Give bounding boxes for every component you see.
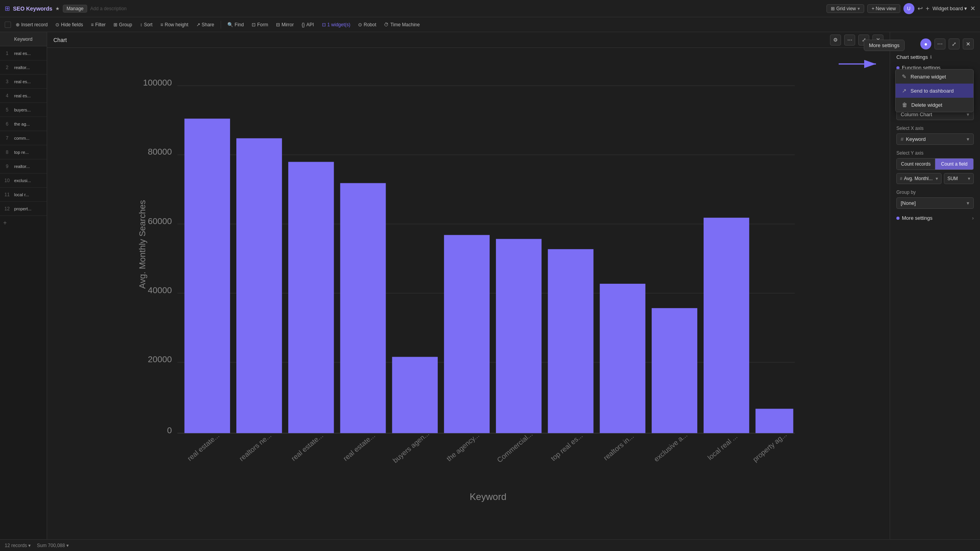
group-by-select[interactable]: [None] ▾ [896, 197, 974, 209]
form-icon: ⊡ [252, 22, 256, 27]
more-settings-label-group: More settings [896, 215, 932, 221]
chart-settings-label: Chart settings [896, 54, 928, 60]
chart-settings-icon[interactable]: ⚙ [830, 35, 841, 46]
status-bar: 12 records ▾ Sum 700,088 ▾ [0, 539, 980, 551]
toolbar-separator [221, 21, 221, 29]
add-row-button[interactable]: + [0, 216, 47, 230]
find-button[interactable]: 🔍 Find [224, 20, 247, 29]
svg-text:exclusive a...: exclusive a... [653, 431, 689, 463]
info-icon: ℹ [930, 55, 932, 60]
sort-button[interactable]: ↕ Sort [137, 20, 155, 29]
chart-type-arrow: ▾ [967, 111, 969, 117]
bar-4 [340, 183, 386, 433]
mirror-button[interactable]: ⊟ Mirror [273, 20, 297, 29]
rename-widget-item[interactable]: ✎ Rename widget [896, 69, 973, 84]
x-axis-value: Keyword [906, 136, 926, 142]
widgets-button[interactable]: ⊡ 1 widget(s) [319, 20, 354, 29]
chart-title: Chart [53, 37, 67, 43]
view-label: Grid view [836, 6, 856, 11]
svg-text:80000: 80000 [148, 147, 172, 157]
svg-text:0: 0 [167, 425, 172, 435]
svg-text:local real ...: local real ... [706, 432, 739, 462]
new-view-button[interactable]: + New view [867, 4, 900, 13]
sum-value[interactable]: Sum 700,088 ▾ [37, 543, 69, 548]
bar-10 [652, 308, 697, 433]
group-by-arrow: ▾ [967, 200, 969, 206]
mirror-icon: ⊟ [276, 22, 280, 27]
find-icon: 🔍 [227, 22, 233, 27]
time-machine-button[interactable]: ⏱ Time Machine [381, 20, 423, 29]
send-dashboard-label: Send to dashboard [911, 88, 954, 94]
more-settings-label: More settings [869, 42, 900, 48]
hide-fields-button[interactable]: ⊙ Hide fields [52, 20, 86, 29]
send-dashboard-item[interactable]: ↗ Send to dashboard [896, 84, 973, 98]
field-label: Avg. Monthl... [904, 176, 932, 181]
panel-color-icon[interactable]: ● [920, 38, 931, 49]
chart-dots-menu[interactable]: ⋯ [844, 35, 855, 46]
table-row: 1 real es... [0, 46, 47, 60]
manage-button[interactable]: Manage [63, 5, 87, 13]
chart-title-bar: Chart ⚙ ⋯ ⤢ ✕ [47, 32, 890, 48]
time-icon: ⏱ [384, 22, 389, 27]
more-settings-row[interactable]: More settings › [896, 215, 974, 221]
x-axis-hash-icon: # [901, 136, 903, 142]
panel-expand-icon[interactable]: ⤢ [949, 38, 960, 49]
svg-text:top real es...: top real es... [549, 432, 584, 463]
field-arrow: ▾ [936, 176, 938, 181]
panel-dots-icon[interactable]: ⋯ [934, 38, 945, 49]
undo-icon[interactable]: ↩ [918, 5, 923, 12]
more-settings-chevron: › [972, 215, 974, 221]
more-settings-text: More settings [902, 215, 932, 221]
grid-icon: ⊞ [5, 5, 10, 12]
group-button[interactable]: ⊞ Group [110, 20, 135, 29]
delete-widget-item[interactable]: 🗑 Delete widget [896, 98, 973, 112]
svg-text:real estate...: real estate... [342, 432, 377, 463]
widget-board-arrow: ▾ [964, 5, 967, 11]
insert-record-button[interactable]: ⊕ Insert record [13, 20, 51, 29]
x-axis-select[interactable]: # Keyword ▾ [896, 133, 974, 145]
filter-button[interactable]: ≡ Filter [88, 20, 109, 29]
more-settings-popup[interactable]: More settings [864, 40, 905, 51]
api-button[interactable]: {} API [298, 20, 317, 29]
table-sidebar: Keyword 1 real es... 2 realtor... 3 real… [0, 32, 47, 539]
bar-5 [392, 357, 438, 433]
count-records-button[interactable]: Count records [897, 159, 935, 170]
send-icon: ↗ [902, 88, 907, 94]
robot-button[interactable]: ⊙ Robot [355, 20, 379, 29]
col-header: Keyword [14, 36, 33, 42]
dropdown-menu: ✎ Rename widget ↗ Send to dashboard 🗑 De… [895, 69, 974, 112]
top-bar-left: ⊞ SEO Keywords ★ Manage Add a descriptio… [5, 4, 900, 13]
star-icon[interactable]: ★ [55, 6, 60, 11]
table-row: 7 comm... [0, 131, 47, 145]
robot-icon: ⊙ [358, 22, 362, 27]
grid-view-button[interactable]: ⊞ Grid view ▾ [826, 4, 864, 13]
table-row: 5 buyers... [0, 103, 47, 117]
table-row: 3 real es... [0, 75, 47, 89]
y-axis-toggle: Count records Count a field [896, 158, 974, 170]
bar-9 [600, 284, 645, 433]
row-height-button[interactable]: ≡ Row height [157, 20, 191, 29]
plus-icon[interactable]: + [926, 5, 929, 12]
share-button[interactable]: ↗ Share [193, 20, 218, 29]
panel-close-icon[interactable]: ✕ [963, 38, 974, 49]
view-grid-icon: ⊞ [831, 6, 835, 11]
svg-text:60000: 60000 [148, 216, 172, 226]
chart-settings-title: Chart settings ℹ [896, 54, 974, 60]
close-window-icon[interactable]: ✕ [970, 5, 975, 12]
count-field-button[interactable]: Count a field [935, 159, 973, 170]
form-button[interactable]: ⊡ Form [249, 20, 271, 29]
bar-8 [548, 249, 593, 433]
field-select[interactable]: # Avg. Monthl... ▾ [896, 173, 942, 184]
bar-3 [288, 162, 334, 433]
widget-board-button[interactable]: Widget board ▾ [932, 5, 967, 11]
svg-text:realtors in...: realtors in... [602, 432, 635, 462]
records-count[interactable]: 12 records ▾ [5, 543, 31, 548]
table-row: 10 exclusi... [0, 173, 47, 188]
view-dropdown-icon: ▾ [858, 6, 860, 11]
api-icon: {} [302, 22, 305, 27]
bar-6 [444, 235, 490, 433]
panel-actions-row: ● ⋯ ⤢ ✕ [896, 38, 974, 49]
hide-icon: ⊙ [55, 22, 59, 27]
chart-container: Chart ⚙ ⋯ ⤢ ✕ 0 20000 40000 60000 80000 … [47, 32, 890, 539]
aggregation-select[interactable]: SUM ▾ [944, 173, 974, 184]
